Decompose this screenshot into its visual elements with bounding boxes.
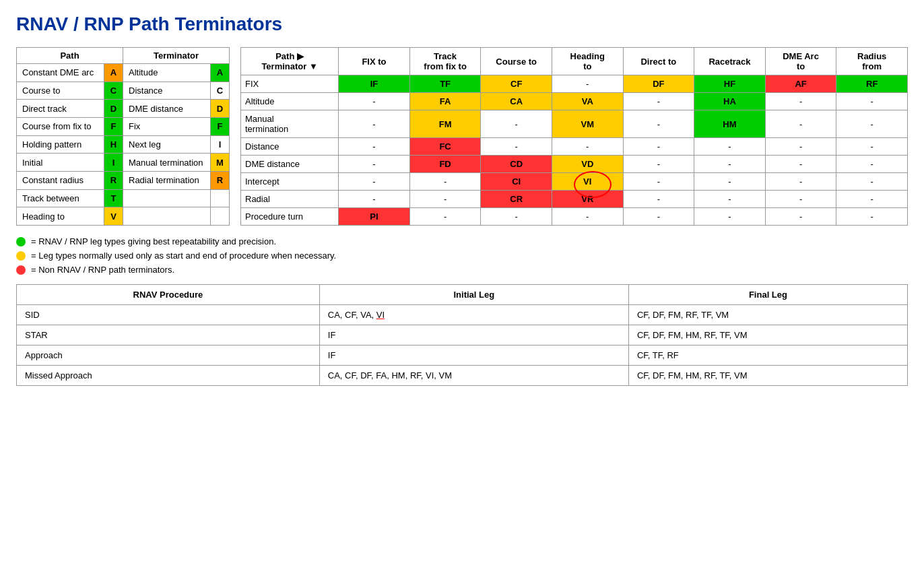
- right-cell: -: [765, 110, 836, 138]
- right-col-header: Course to: [481, 48, 552, 75]
- left-path-letter: D: [104, 100, 123, 118]
- right-cell: -: [481, 138, 552, 156]
- left-term-label: Radial termination: [123, 171, 211, 189]
- right-cell: PI: [339, 208, 410, 226]
- left-term-letter: F: [211, 117, 230, 135]
- left-path-label: Course from fix to: [17, 117, 104, 135]
- bottom-final-leg: CF, DF, FM, HM, RF, TF, VM: [628, 366, 907, 386]
- legend-dot: [16, 265, 26, 275]
- right-row-label: Intercept: [241, 173, 339, 191]
- right-cell: VR: [552, 191, 623, 208]
- right-cell: TF: [409, 75, 481, 93]
- left-path-letter: V: [104, 207, 123, 226]
- right-row-label: Altitude: [241, 93, 339, 110]
- bottom-initial-leg: CA, CF, VA, VI: [319, 305, 628, 325]
- bottom-final-leg: CF, TF, RF: [628, 345, 907, 366]
- left-path-label: Constant radius: [17, 171, 104, 189]
- right-cell: FM: [409, 110, 481, 138]
- legend-text: = Non RNAV / RNP path terminators.: [31, 265, 174, 275]
- page-title: RNAV / RNP Path Terminators: [16, 13, 908, 35]
- bottom-col-header: Final Leg: [628, 285, 907, 305]
- right-cell: -: [694, 191, 766, 208]
- bottom-final-leg: CF, DF, FM, RF, TF, VM: [628, 305, 907, 325]
- right-cell: HM: [694, 110, 766, 138]
- left-path-letter: I: [104, 154, 123, 172]
- right-cell: -: [481, 208, 552, 226]
- right-cell: -: [339, 173, 410, 191]
- bottom-table-row: Missed ApproachCA, CF, DF, FA, HM, RF, V…: [17, 366, 908, 386]
- bottom-initial-leg: IF: [319, 325, 628, 345]
- right-cell: -: [339, 138, 410, 156]
- right-cell: HA: [694, 93, 766, 110]
- left-term-label: [123, 207, 211, 226]
- right-cell: -: [623, 173, 694, 191]
- right-cell: HF: [694, 75, 766, 93]
- legend-item: = Leg types normally used only as start …: [16, 251, 908, 261]
- left-path-letter: F: [104, 117, 123, 135]
- right-cell: -: [694, 156, 766, 173]
- right-cell: -: [623, 93, 694, 110]
- bottom-table-row: ApproachIFCF, TF, RF: [17, 345, 908, 366]
- right-cell: VM: [552, 110, 623, 138]
- left-term-letter: R: [211, 171, 230, 189]
- right-cell: -: [552, 138, 623, 156]
- right-row-label: Manual termination: [241, 110, 339, 138]
- right-cell: FC: [409, 138, 481, 156]
- right-cell: -: [409, 173, 481, 191]
- right-cell: -: [552, 75, 623, 93]
- left-path-letter: R: [104, 171, 123, 189]
- right-row-label: Procedure turn: [241, 208, 339, 226]
- right-cell: VA: [552, 93, 623, 110]
- right-col-header: Track from fix to: [409, 48, 481, 75]
- bottom-initial-leg: CA, CF, DF, FA, HM, RF, VI, VM: [319, 366, 628, 386]
- right-cell: -: [623, 191, 694, 208]
- right-cell: CA: [481, 93, 552, 110]
- left-path-label: Track between: [17, 189, 104, 207]
- right-cell: -: [765, 208, 836, 226]
- left-path-letter: T: [104, 189, 123, 207]
- legend-text: = Leg types normally used only as start …: [31, 251, 336, 261]
- right-cell: -: [836, 156, 908, 173]
- right-cell: -: [481, 110, 552, 138]
- bottom-proc-label: SID: [17, 305, 320, 325]
- bottom-final-leg: CF, DF, FM, HM, RF, TF, VM: [628, 325, 907, 345]
- right-cell: VD: [552, 156, 623, 173]
- left-path-letter: H: [104, 135, 123, 154]
- bottom-table-row: SIDCA, CF, VA, VICF, DF, FM, RF, TF, VM: [17, 305, 908, 325]
- right-cell: -: [765, 156, 836, 173]
- left-path-label: Constant DME arc: [17, 64, 104, 82]
- right-cell: -: [339, 191, 410, 208]
- left-term-label: Next leg: [123, 135, 211, 154]
- right-cell: CD: [481, 156, 552, 173]
- right-col-header: Racetrack: [694, 48, 766, 75]
- right-cell: -: [623, 156, 694, 173]
- right-cell: -: [623, 138, 694, 156]
- left-term-letter: I: [211, 135, 230, 154]
- bottom-proc-label: Missed Approach: [17, 366, 320, 386]
- right-cell: -: [836, 208, 908, 226]
- left-path-letter: C: [104, 81, 123, 100]
- left-path-label: Heading to: [17, 207, 104, 226]
- right-cell: CR: [481, 191, 552, 208]
- bottom-table-row: STARIFCF, DF, FM, HM, RF, TF, VM: [17, 325, 908, 345]
- right-cell: VI: [552, 173, 623, 191]
- right-col-header: Direct to: [623, 48, 694, 75]
- bottom-table: RNAV ProcedureInitial LegFinal Leg SIDCA…: [16, 284, 908, 386]
- left-term-label: Altitude: [123, 64, 211, 82]
- right-col-header: FIX to: [339, 48, 410, 75]
- right-cell: -: [836, 110, 908, 138]
- vi-underlined: VI: [376, 310, 385, 320]
- left-term-label: Distance: [123, 81, 211, 100]
- left-term-letter: C: [211, 81, 230, 100]
- right-col-header: Path ▶ Terminator ▼: [241, 48, 339, 75]
- right-cell: RF: [836, 75, 908, 93]
- bottom-proc-label: STAR: [17, 325, 320, 345]
- right-cell: -: [339, 156, 410, 173]
- left-term-label: Fix: [123, 117, 211, 135]
- right-cell: IF: [339, 75, 410, 93]
- right-row-label: FIX: [241, 75, 339, 93]
- right-cell: -: [409, 208, 481, 226]
- left-term-letter: M: [211, 154, 230, 172]
- right-row-label: DME distance: [241, 156, 339, 173]
- right-cell: -: [694, 173, 766, 191]
